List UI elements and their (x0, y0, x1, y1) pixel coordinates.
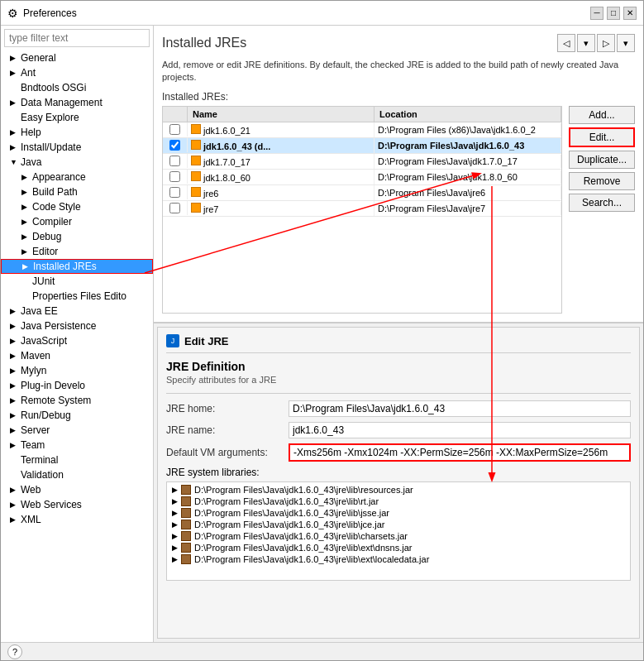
library-item[interactable]: ▶D:\Program Files\Java\jdk1.6.0_43\jre\l… (169, 496, 628, 507)
sidebar-label-help: Help (21, 127, 41, 138)
library-item[interactable]: ▶D:\Program Files\Java\jdk1.6.0_43\jre\l… (169, 507, 628, 519)
back-button[interactable]: ◁ (557, 34, 575, 52)
sidebar-item-debug[interactable]: ▶Debug (1, 229, 153, 244)
jre-row-check[interactable] (163, 154, 188, 168)
lib-expand-icon: ▶ (172, 544, 178, 552)
sidebar-item-help[interactable]: ▶Help (1, 125, 153, 140)
sidebar-item-appearance[interactable]: ▶Appearance (1, 170, 153, 184)
sidebar-label-remote-system: Remote System (21, 395, 91, 406)
jre-row-check[interactable] (163, 170, 188, 184)
sidebar-item-install-update[interactable]: ▶Install/Update (1, 140, 153, 155)
jre-row-check[interactable] (163, 201, 188, 215)
sidebar-item-data-mgmt[interactable]: ▶Data Management (1, 95, 153, 110)
sidebar-item-easy-explore[interactable]: Easy Explore (1, 110, 153, 125)
sidebar-label-team: Team (21, 439, 45, 451)
sidebar-item-remote-system[interactable]: ▶Remote System (1, 393, 153, 408)
tree-arrow-install-update: ▶ (10, 143, 18, 151)
sidebar-item-java[interactable]: ▼Java (1, 155, 153, 170)
library-item[interactable]: ▶D:\Program Files\Java\jdk1.6.0_43\jre\l… (169, 542, 628, 553)
sidebar-item-run-debug[interactable]: ▶Run/Debug (1, 408, 153, 423)
jre-row-check[interactable] (163, 185, 188, 199)
jre-table-row[interactable]: jre7D:\Program Files\Java\jre7 (163, 201, 561, 217)
sidebar-item-java-ee[interactable]: ▶Java EE (1, 304, 153, 319)
forward-button[interactable]: ▷ (597, 34, 615, 52)
lib-expand-icon: ▶ (172, 497, 178, 505)
sidebar-item-maven[interactable]: ▶Maven (1, 348, 153, 363)
sidebar-item-web[interactable]: ▶Web (1, 482, 153, 497)
jre-row-location: D:\Program Files (x86)\Java\jdk1.6.0_2 (374, 123, 561, 137)
sidebar-item-server[interactable]: ▶Server (1, 423, 153, 438)
sidebar-item-plugin-devel[interactable]: ▶Plug-in Develo (1, 378, 153, 393)
lib-expand-icon: ▶ (172, 555, 178, 563)
library-item[interactable]: ▶D:\Program Files\Java\jdk1.6.0_43\jre\l… (169, 530, 628, 542)
sidebar-item-properties-editor[interactable]: Properties Files Edito (1, 289, 153, 304)
default-vm-input[interactable] (289, 443, 631, 462)
content-area: ▶General▶AntBndtools OSGi▶Data Managemen… (1, 26, 643, 642)
toolbar-buttons: ◁ ▾ ▷ ▾ (557, 34, 635, 52)
jar-icon (181, 554, 191, 564)
sidebar-item-team[interactable]: ▶Team (1, 438, 153, 453)
remove-button[interactable]: Remove (569, 172, 635, 190)
menu-button[interactable]: ▾ (617, 34, 635, 52)
filter-input[interactable] (4, 29, 150, 47)
jre-row-name: jdk1.8.0_60 (188, 170, 374, 184)
jre-table-row[interactable]: jdk1.8.0_60D:\Program Files\Java\jdk1.8.… (163, 170, 561, 185)
sidebar-item-bndtools[interactable]: Bndtools OSGi (1, 80, 153, 95)
duplicate-button[interactable]: Duplicate... (569, 151, 635, 169)
table-header: Name Location (163, 107, 561, 122)
jre-row-location: D:\Program Files\Java\jre7 (374, 202, 561, 215)
jre-name-input[interactable] (289, 422, 631, 438)
dropdown-button[interactable]: ▾ (577, 34, 595, 52)
maximize-button[interactable]: □ (607, 7, 620, 20)
close-button[interactable]: ✕ (623, 7, 637, 20)
jre-icon (191, 124, 201, 134)
sidebar-label-general: General (21, 52, 56, 64)
col-location: Location (374, 107, 561, 122)
sidebar-item-code-style[interactable]: ▶Code Style (1, 199, 153, 214)
sidebar-item-installed-jres[interactable]: ▶Installed JREs (1, 259, 153, 274)
search-button[interactable]: Search... (569, 194, 635, 212)
jre-table-row[interactable]: jdk1.6.0_43 (d...D:\Program Files\Java\j… (163, 138, 561, 154)
minimize-button[interactable]: ─ (590, 7, 603, 20)
sidebar-item-ant[interactable]: ▶Ant (1, 65, 153, 80)
jre-table-row[interactable]: jdk1.6.0_21D:\Program Files (x86)\Java\j… (163, 122, 561, 138)
libraries-label: JRE system libraries: (166, 467, 631, 478)
sidebar-item-junit[interactable]: JUnit (1, 274, 153, 289)
jre-table-row[interactable]: jdk1.7.0_17D:\Program Files\Java\jdk1.7.… (163, 154, 561, 170)
help-button[interactable]: ? (7, 644, 22, 659)
sidebar-item-build-path[interactable]: ▶Build Path (1, 184, 153, 199)
edit-jre-icon: J (166, 334, 179, 347)
lib-expand-icon: ▶ (172, 486, 178, 494)
sidebar-item-java-persistence[interactable]: ▶Java Persistence (1, 319, 153, 333)
jre-table-row[interactable]: jre6D:\Program Files\Java\jre6 (163, 185, 561, 201)
jre-table-container: Name Location jdk1.6.0_21D:\Program File… (162, 106, 635, 314)
library-item[interactable]: ▶D:\Program Files\Java\jdk1.6.0_43\jre\l… (169, 519, 628, 530)
sidebar-item-terminal[interactable]: Terminal (1, 453, 153, 467)
jre-row-check[interactable] (163, 138, 188, 152)
sidebar-item-xml[interactable]: ▶XML (1, 512, 153, 527)
tree-arrow-server: ▶ (10, 426, 18, 434)
edit-button[interactable]: Edit... (569, 127, 635, 147)
sidebar-item-web-services[interactable]: ▶Web Services (1, 497, 153, 512)
main-panel: Installed JREs ◁ ▾ ▷ ▾ Add, remove or ed… (154, 26, 643, 642)
jre-row-name: jdk1.6.0_21 (188, 122, 374, 137)
panel-header: Installed JREs ◁ ▾ ▷ ▾ (162, 34, 635, 52)
add-button[interactable]: Add... (569, 106, 635, 124)
title-bar: ⚙ Preferences ─ □ ✕ (1, 1, 643, 26)
sidebar-item-editor[interactable]: ▶Editor (1, 244, 153, 259)
jre-icon (191, 203, 201, 213)
sidebar-item-javascript[interactable]: ▶JavaScript (1, 333, 153, 348)
sidebar-item-validation[interactable]: Validation (1, 467, 153, 482)
sidebar-item-compiler[interactable]: ▶Compiler (1, 214, 153, 229)
tree-arrow-run-debug: ▶ (10, 411, 18, 419)
jar-icon (181, 508, 191, 518)
jre-name-row: JRE name: (166, 422, 631, 438)
library-item[interactable]: ▶D:\Program Files\Java\jdk1.6.0_43\jre\l… (169, 484, 628, 496)
tree-arrow-build-path: ▶ (21, 188, 30, 196)
jre-home-input[interactable] (289, 400, 631, 417)
jre-row-check[interactable] (163, 122, 188, 137)
sidebar-item-general[interactable]: ▶General (1, 50, 153, 65)
sidebar-item-mylyn[interactable]: ▶Mylyn (1, 363, 153, 378)
library-item[interactable]: ▶D:\Program Files\Java\jdk1.6.0_43\jre\l… (169, 553, 628, 565)
sidebar-label-installed-jres: Installed JREs (33, 261, 97, 272)
